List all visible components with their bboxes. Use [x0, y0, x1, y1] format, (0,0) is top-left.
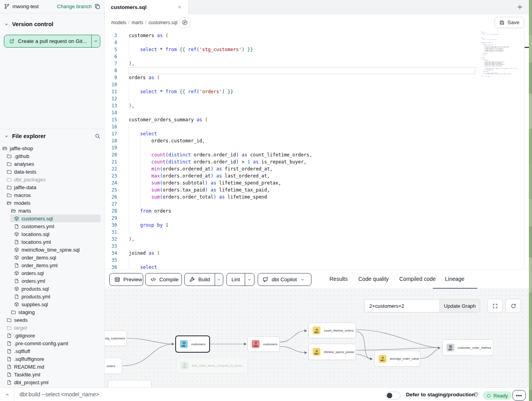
lineage-node-stg_customers[interactable]: MDLstg_customers — [105, 330, 127, 346]
version-control-header[interactable]: Version control — [0, 20, 104, 29]
command-input[interactable]: dbt build --select <model_name> — [20, 391, 99, 397]
lineage-selector-input[interactable]: 2+customers+2 — [365, 300, 439, 312]
file-tree-item-models[interactable]: models — [0, 199, 104, 207]
lint-button[interactable]: Lint — [226, 273, 254, 286]
breadcrumb-item[interactable]: models — [111, 20, 126, 25]
met-badge: MET — [313, 348, 320, 356]
file-tree-item-target[interactable]: target — [0, 324, 104, 332]
preview-button[interactable]: Preview — [109, 273, 143, 286]
breadcrumb-item[interactable]: customers.sql — [148, 20, 177, 25]
tab-lineage[interactable]: Lineage — [445, 276, 464, 282]
save-button[interactable]: Save — [495, 17, 524, 28]
update-graph-button[interactable]: Update Graph — [439, 300, 480, 312]
file-tree-item--sqlfluff[interactable]: .sqlfluff — [0, 347, 104, 355]
build-button[interactable]: Build — [184, 273, 223, 286]
file-tree-item--gitignore[interactable]: .gitignore — [0, 332, 104, 339]
save-icon — [499, 20, 505, 25]
node-label: customers — [263, 342, 277, 346]
tab-customers-sql[interactable]: customers.sql — [105, 0, 189, 14]
compile-button[interactable]: Compile — [145, 273, 182, 286]
lineage-node-customers-sem[interactable]: SEMcustomers — [247, 336, 280, 352]
lineage-node-average_order_value[interactable]: METaverage_order_value — [374, 351, 420, 367]
lineage-node-customer_order_metrics[interactable]: QRYcustomer_order_metrics — [442, 339, 493, 356]
lineage-node-customers-model[interactable]: MDLcustomers — [175, 335, 210, 353]
minimap[interactable]: with customers as ( select * from {{ ref… — [481, 31, 523, 268]
file-tree-item--pre-commit-config-yaml[interactable]: .pre-commit-config.yaml — [0, 339, 104, 347]
file-tree-item-products-sql[interactable]: products.sql — [0, 285, 104, 293]
file-tree-item-locations-sql[interactable]: locations.sql — [0, 230, 104, 238]
file-tree-item-staging[interactable]: staging — [0, 308, 104, 316]
file-tree-item-products-yml[interactable]: products.yml — [0, 293, 104, 300]
lineage-node-orders[interactable]: MDLorders — [105, 358, 122, 374]
create-pr-button[interactable]: Create a pull request on Git... — [4, 35, 100, 48]
defer-toggle[interactable] — [386, 392, 400, 399]
file-tree-item--github[interactable]: .github — [0, 152, 104, 160]
file-tree-item-seeds[interactable]: seeds — [0, 316, 104, 324]
file-tree-item-orders-sql[interactable]: orders.sql — [0, 269, 104, 277]
create-pr-dropdown[interactable] — [91, 35, 100, 47]
model-file-icon — [14, 286, 19, 291]
file-tree-item-marts[interactable]: marts — [0, 207, 104, 215]
file-tree-item-supplies-sql[interactable]: supplies.sql — [0, 300, 104, 308]
file-icon — [14, 279, 19, 284]
compass-button[interactable] — [179, 17, 190, 28]
lineage-node-count_lifetime_orders[interactable]: METcount_lifetime_orders — [308, 323, 356, 338]
model-file-icon — [14, 302, 19, 307]
wrench-icon — [189, 277, 195, 282]
file-tree-item-order-items-yml[interactable]: order_items.yml — [0, 261, 104, 269]
lineage-node-test[interactable]: TSTtest_order_items_compute_to_bools... — [176, 357, 248, 374]
copy-icon[interactable] — [94, 4, 100, 9]
file-tree-item-Taskfile-yml[interactable]: Taskfile.yml — [0, 371, 104, 378]
file-tree-item-analyses[interactable]: analyses — [0, 160, 104, 168]
file-name: metricflow_time_spine.sql — [21, 247, 80, 253]
file-name: README.md — [14, 364, 44, 370]
code-line-11: 11 select * from {{ ref('orders') }} — [105, 88, 529, 95]
tab-results[interactable]: Results — [329, 276, 348, 282]
change-branch-link[interactable]: Change branch — [57, 4, 92, 9]
build-dropdown[interactable] — [215, 273, 223, 286]
breadcrumb-item[interactable]: marts — [132, 20, 143, 25]
file-tree-item-locations-yml[interactable]: locations.yml — [0, 238, 104, 246]
file-tree-item--sqlfluffignore[interactable]: .sqlfluffignore — [0, 355, 104, 363]
code-line-15: 15customer_orders_summary as ( — [105, 116, 529, 123]
code-line-33: 33 — [105, 243, 529, 250]
help-icon[interactable] — [473, 392, 479, 397]
file-tree-item-order-items-sql[interactable]: order_items.sql — [0, 254, 104, 261]
editor-scrollbar[interactable] — [524, 30, 529, 269]
file-tree-item-dbt-project-yml[interactable]: dbt_project.yml — [0, 378, 104, 386]
file-tree-item-orders-yml[interactable]: orders.yml — [0, 277, 104, 285]
search-icon[interactable] — [95, 133, 100, 139]
code-line-4: 4 — [105, 39, 529, 46]
fullscreen-button[interactable] — [487, 299, 503, 313]
close-icon[interactable] — [177, 5, 182, 9]
file-tree-item-jaffle-shop[interactable]: jaffle-shop — [0, 144, 104, 152]
code-line-20: 20 count(distinct orders.order_id) as co… — [105, 151, 529, 158]
file-tree-item-data-tests[interactable]: data-tests — [0, 168, 104, 176]
refresh-button[interactable] — [505, 299, 521, 313]
file-tree-item-README-md[interactable]: README.md — [0, 363, 104, 371]
code-editor[interactable]: 23customers as (45 select * from {{ ref(… — [105, 30, 529, 269]
more-options-button[interactable]: ••• — [512, 390, 526, 401]
file-explorer-header[interactable]: File explorer — [0, 129, 104, 140]
tab-code-quality[interactable]: Code quality — [358, 276, 389, 282]
file-tree-item-dbt-packages[interactable]: dbt_packages — [0, 176, 104, 183]
file-name: analyses — [14, 161, 34, 167]
lineage-node-lifetime_spend_pretax[interactable]: METlifetime_spend_pretax — [308, 344, 356, 360]
file-tree-item-customers-sql[interactable]: customers.sql — [0, 215, 104, 222]
collapse-panel-button[interactable] — [3, 391, 11, 398]
dbt-copilot-button[interactable]: dbt Copilot — [258, 273, 311, 286]
new-tab-button[interactable] — [515, 3, 525, 11]
file-tree-item-macros[interactable]: macros — [0, 191, 104, 199]
file-tree-item-metricflow-time-spine-sql[interactable]: metricflow_time_spine.sql — [0, 246, 104, 254]
lint-dropdown[interactable] — [245, 273, 254, 286]
qry-badge: QRY — [447, 344, 454, 351]
node-label: count_lifetime_orders — [324, 329, 354, 332]
folder-icon — [7, 193, 12, 198]
file-icon — [7, 380, 12, 385]
file-tree-item-customers-yml[interactable]: customers.yml — [0, 222, 104, 230]
lineage-canvas[interactable]: MDLstg_customersMDLordersMDLcustomersTST… — [105, 289, 529, 387]
file-tree-item-jaffle-data[interactable]: jaffle-data — [0, 183, 104, 191]
lineage-node-cut-node[interactable] — [108, 380, 151, 387]
tab-compiled-code[interactable]: Compiled code — [399, 276, 436, 282]
code-line-23: 23 max(orders.ordered_at) as last_ordere… — [105, 172, 529, 179]
